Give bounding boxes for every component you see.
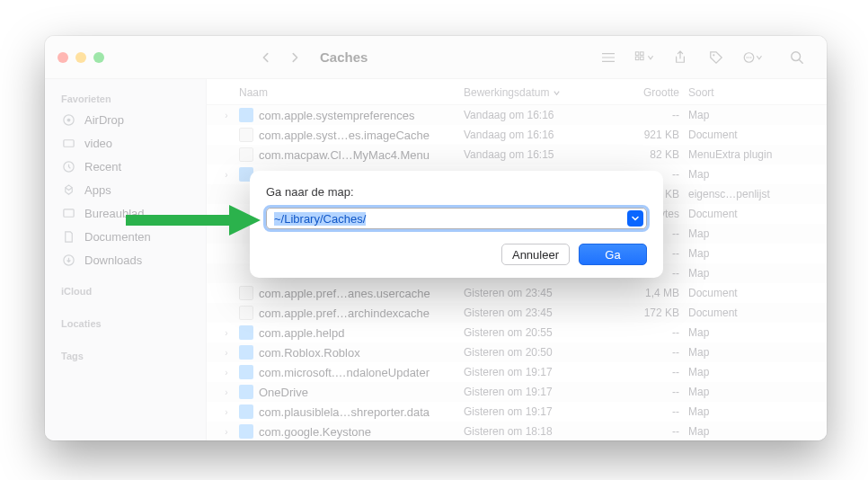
table-row[interactable]: com.apple.pref…archindexcacheGisteren om… xyxy=(207,303,827,323)
svg-point-10 xyxy=(748,57,750,58)
disclosure-triangle-icon[interactable]: › xyxy=(214,111,239,120)
sidebar-section-tags: Tags xyxy=(45,345,206,365)
folder-icon xyxy=(239,404,253,419)
go-to-folder-input[interactable] xyxy=(266,208,647,229)
row-date: Gisteren om 19:17 xyxy=(464,366,607,378)
table-row[interactable]: ›com.apple.helpdGisteren om 20:55--Map xyxy=(207,323,827,342)
svg-rect-18 xyxy=(63,209,73,216)
row-kind: Map xyxy=(688,366,816,378)
close-window-button[interactable] xyxy=(58,52,68,63)
column-size[interactable]: Grootte xyxy=(607,86,688,99)
row-size: 921 KB xyxy=(607,129,688,141)
minimize-window-button[interactable] xyxy=(75,52,86,63)
svg-point-7 xyxy=(713,54,714,56)
table-row[interactable]: com.macpaw.Cl…MyMac4.MenuVandaag om 16:1… xyxy=(207,145,827,164)
row-date: Gisteren om 23:45 xyxy=(464,307,607,319)
row-date: Gisteren om 19:17 xyxy=(464,386,607,398)
row-name: com.plausiblela…shreporter.data xyxy=(239,404,464,419)
row-kind: Document xyxy=(688,129,816,141)
row-kind: Document xyxy=(688,287,816,299)
sidebar-item-label: Apps xyxy=(84,183,111,197)
share-icon[interactable] xyxy=(669,46,692,69)
document-icon xyxy=(239,147,253,162)
column-headers: Naam Bewerkingsdatum Grootte Soort xyxy=(207,79,827,105)
row-kind: Map xyxy=(688,405,816,418)
folder-icon xyxy=(239,424,253,439)
window-title: Caches xyxy=(320,49,368,65)
row-name: OneDrive xyxy=(239,385,464,399)
svg-rect-3 xyxy=(635,51,639,55)
table-row[interactable]: ›com.microsoft.…ndaloneUpdaterGisteren o… xyxy=(207,362,827,382)
sidebar-item-video[interactable]: video xyxy=(45,131,206,155)
folder-icon xyxy=(239,345,253,360)
forward-button[interactable] xyxy=(284,47,306,68)
row-name: com.Roblox.Roblox xyxy=(239,345,464,360)
view-list-icon[interactable] xyxy=(597,46,620,69)
folder-icon xyxy=(239,325,253,340)
row-name: com.apple.helpd xyxy=(239,325,464,340)
movie-icon xyxy=(61,136,75,150)
disclosure-triangle-icon[interactable]: › xyxy=(214,328,239,338)
svg-rect-6 xyxy=(641,57,644,60)
column-date[interactable]: Bewerkingsdatum xyxy=(464,86,607,99)
column-name[interactable]: Naam xyxy=(239,86,464,99)
table-row[interactable]: com.apple.syst…es.imageCacheVandaag om 1… xyxy=(207,125,827,145)
svg-rect-4 xyxy=(641,51,644,55)
svg-point-12 xyxy=(792,51,801,60)
row-date: Gisteren om 19:17 xyxy=(464,405,607,418)
row-kind: Document xyxy=(688,307,816,319)
desktop-icon xyxy=(61,206,75,220)
zoom-window-button[interactable] xyxy=(93,52,104,63)
row-name: com.apple.pref…archindexcache xyxy=(239,306,464,320)
table-row[interactable]: ›com.apple.systempreferencesVandaag om 1… xyxy=(207,105,827,125)
svg-line-13 xyxy=(800,59,803,63)
row-name: com.microsoft.…ndaloneUpdater xyxy=(239,365,464,379)
row-date: Vandaag om 16:16 xyxy=(464,109,607,121)
disclosure-triangle-icon[interactable]: › xyxy=(214,427,239,437)
row-size: -- xyxy=(607,326,688,339)
table-row[interactable]: ›com.Roblox.RobloxGisteren om 20:50--Map xyxy=(207,342,827,362)
sidebar-item-label: video xyxy=(84,137,112,150)
row-name: com.apple.syst…es.imageCache xyxy=(239,128,464,142)
action-menu-icon[interactable] xyxy=(740,46,764,69)
disclosure-triangle-icon[interactable]: › xyxy=(214,407,239,417)
sidebar-item-apps[interactable]: Apps xyxy=(45,178,206,201)
sidebar-item-desktop[interactable]: Bureaublad xyxy=(45,201,206,225)
row-kind: Map xyxy=(688,109,816,121)
sidebar-item-label: Recent xyxy=(84,160,121,173)
row-kind: Map xyxy=(688,247,816,260)
table-row[interactable]: ›com.plausiblela…shreporter.dataGisteren… xyxy=(207,402,827,422)
tags-icon[interactable] xyxy=(704,46,728,69)
sidebar-item-label: AirDrop xyxy=(84,113,124,127)
go-button[interactable]: Ga xyxy=(579,244,647,265)
row-size: -- xyxy=(607,425,688,438)
go-to-folder-dialog: Ga naar de map: Annuleer Ga xyxy=(250,171,663,278)
document-icon xyxy=(239,306,253,320)
disclosure-triangle-icon[interactable]: › xyxy=(214,170,239,180)
svg-rect-16 xyxy=(63,139,73,147)
search-icon[interactable] xyxy=(785,46,809,69)
sidebar-item-downloads[interactable]: Downloads xyxy=(45,248,206,271)
apps-icon xyxy=(61,182,75,197)
sidebar: Favorieten AirDrop video Recent Apps Bur… xyxy=(45,79,207,440)
sidebar-item-documents[interactable]: Documenten xyxy=(45,225,206,248)
sidebar-item-label: Downloads xyxy=(84,253,142,267)
group-menu-icon[interactable] xyxy=(633,46,656,69)
disclosure-triangle-icon[interactable]: › xyxy=(214,348,239,358)
table-row[interactable]: com.apple.pref…anes.usercacheGisteren om… xyxy=(207,283,827,303)
disclosure-triangle-icon[interactable]: › xyxy=(214,387,239,397)
table-row[interactable]: ›OneDriveGisteren om 19:17--Map xyxy=(207,382,827,402)
disclosure-triangle-icon[interactable]: › xyxy=(214,368,239,378)
cancel-button[interactable]: Annuleer xyxy=(501,244,570,265)
sidebar-item-recent[interactable]: Recent xyxy=(45,155,206,178)
back-button[interactable] xyxy=(255,47,277,68)
row-size: 172 KB xyxy=(607,307,688,319)
sidebar-item-airdrop[interactable]: AirDrop xyxy=(45,108,206,131)
airdrop-icon xyxy=(61,112,75,127)
column-kind[interactable]: Soort xyxy=(688,86,816,99)
row-size: -- xyxy=(607,405,688,418)
clock-icon xyxy=(61,159,75,173)
table-row[interactable]: ›com.google.KeystoneGisteren om 18:18--M… xyxy=(207,422,827,440)
path-history-dropdown[interactable] xyxy=(627,210,643,227)
row-date: Gisteren om 20:50 xyxy=(464,346,607,359)
